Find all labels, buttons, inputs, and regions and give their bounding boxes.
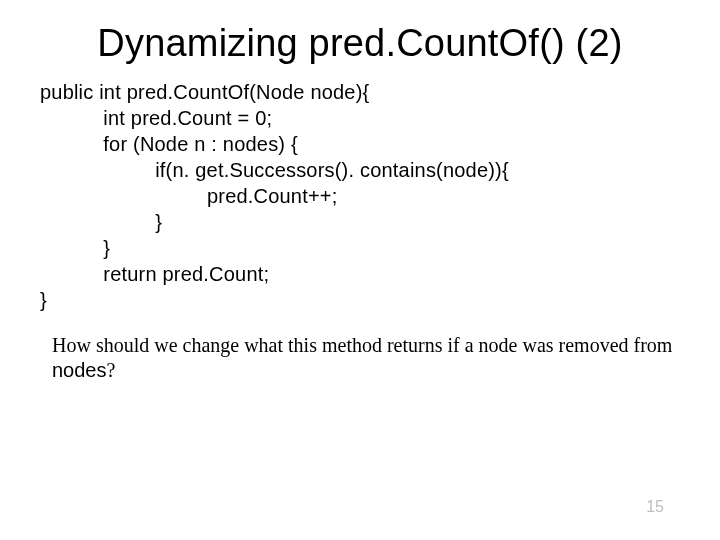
code-line-7: } — [40, 237, 110, 259]
page-number: 15 — [646, 498, 664, 516]
code-line-3: for (Node n : nodes) { — [40, 133, 298, 155]
code-line-8: return pred.Count; — [40, 263, 269, 285]
question-code-word: nodes — [52, 359, 107, 381]
question-part-2: ? — [107, 359, 116, 381]
slide: Dynamizing pred.CountOf() (2) public int… — [0, 0, 720, 540]
code-block: public int pred.CountOf(Node node){ int … — [0, 79, 720, 313]
question-text: How should we change what this method re… — [0, 313, 720, 383]
code-line-9: } — [40, 289, 47, 311]
question-part-1: How should we change what this method re… — [52, 334, 672, 356]
code-line-4: if(n. get.Successors(). contains(node)){ — [40, 159, 509, 181]
code-line-2: int pred.Count = 0; — [40, 107, 272, 129]
code-line-6: } — [40, 211, 162, 233]
code-line-5: pred.Count++; — [40, 185, 337, 207]
slide-title: Dynamizing pred.CountOf() (2) — [0, 0, 720, 79]
code-line-1: public int pred.CountOf(Node node){ — [40, 81, 369, 103]
